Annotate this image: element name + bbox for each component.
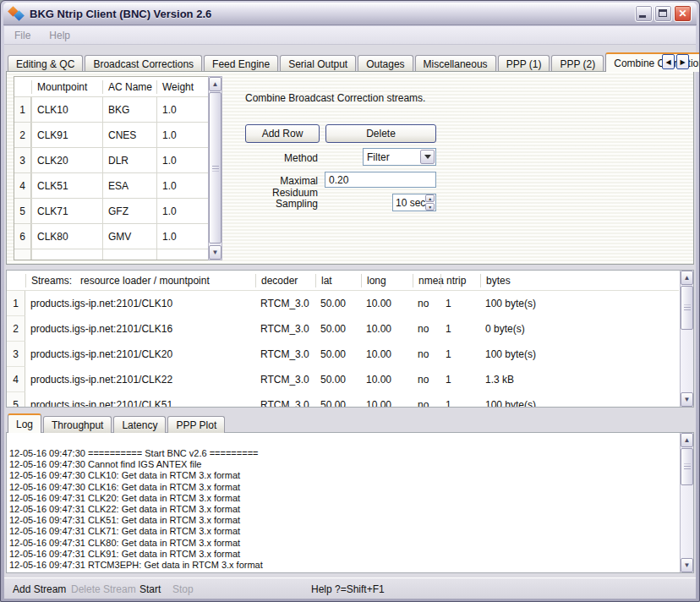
column-header-ac-name[interactable]: AC Name: [102, 80, 156, 94]
weight-cell[interactable]: 1.0: [156, 224, 208, 249]
ntrip-cell[interactable]: 1: [440, 291, 480, 316]
bytes-cell[interactable]: 0 byte(s): [480, 316, 679, 342]
log-text[interactable]: 12-05-16 09:47:30 ========== Start BNC v…: [9, 448, 676, 571]
tab-ppp-1[interactable]: PPP (1): [498, 55, 550, 72]
bytes-cell[interactable]: 100 byte(s): [480, 392, 679, 407]
table-row[interactable]: 2CLK91CNES1.0: [14, 123, 208, 148]
stream-cell[interactable]: products.igs-ip.net:2101/CLK20: [25, 342, 255, 367]
column-header-mountpoint[interactable]: Mountpoint: [31, 80, 102, 94]
tab-ppp-plot[interactable]: PPP Plot: [167, 416, 225, 433]
ntrip-cell[interactable]: 1: [440, 316, 480, 342]
weight-cell[interactable]: 1.0: [156, 199, 208, 223]
long-cell[interactable]: 10.00: [361, 367, 413, 392]
column-header-streams[interactable]: Streams: resource loader / mountpoint: [25, 274, 255, 287]
decoder-cell[interactable]: RTCM_3.0: [255, 342, 315, 367]
sampling-spinner[interactable]: 10 sec ▲ ▼: [392, 194, 436, 211]
add-row-button[interactable]: Add Row: [245, 124, 320, 143]
tab-log[interactable]: Log: [8, 413, 41, 433]
decoder-cell[interactable]: RTCM_3.0: [255, 316, 315, 342]
nmea-cell[interactable]: no: [413, 392, 440, 407]
maximal-residuum-input[interactable]: 0.20: [325, 172, 436, 188]
delete-button[interactable]: Delete: [325, 124, 436, 143]
column-header-weight[interactable]: Weight: [156, 80, 208, 94]
stream-cell[interactable]: products.igs-ip.net:2101/CLK10: [25, 291, 255, 316]
ac-name-cell[interactable]: BKG: [102, 97, 156, 122]
decoder-cell[interactable]: RTCM_3.0: [255, 367, 315, 392]
ac-name-cell[interactable]: GFZ: [102, 199, 156, 223]
lat-cell[interactable]: 50.00: [315, 392, 361, 407]
menu-file[interactable]: File: [14, 30, 30, 41]
ac-name-cell[interactable]: GMV: [102, 224, 156, 249]
ac-name-cell[interactable]: DLR: [102, 148, 156, 172]
close-button[interactable]: ✕: [674, 5, 692, 22]
nmea-cell[interactable]: no: [413, 291, 440, 316]
mountpoint-cell[interactable]: CLK71: [31, 199, 102, 223]
tab-serial-output[interactable]: Serial Output: [280, 55, 356, 72]
weight-cell[interactable]: 1.0: [156, 123, 208, 147]
decoder-cell[interactable]: RTCM_3.0: [255, 291, 315, 316]
stream-row[interactable]: 2products.igs-ip.net:2101/CLK16RTCM_3.05…: [7, 316, 679, 342]
status-action-add-stream[interactable]: Add Stream: [13, 583, 66, 595]
column-header-nmea[interactable]: nmea: [413, 274, 440, 287]
tab-throughput[interactable]: Throughput: [43, 416, 112, 433]
nmea-cell[interactable]: no: [413, 342, 440, 367]
scroll-down-icon[interactable]: ▼: [209, 245, 221, 260]
bytes-cell[interactable]: 100 byte(s): [480, 291, 679, 316]
column-header-long[interactable]: long: [361, 274, 413, 287]
stream-cell[interactable]: products.igs-ip.net:2101/CLK51: [25, 392, 255, 407]
tab-scroll-left-button[interactable]: ◀: [662, 54, 675, 69]
ac-name-cell[interactable]: CNES: [102, 123, 156, 147]
ac-name-cell[interactable]: ESA: [102, 173, 156, 198]
stream-cell[interactable]: products.igs-ip.net:2101/CLK22: [25, 367, 255, 392]
column-header-bytes[interactable]: bytes: [480, 274, 679, 287]
scroll-up-icon[interactable]: ▲: [209, 77, 221, 91]
stream-cell[interactable]: products.igs-ip.net:2101/CLK16: [25, 316, 255, 342]
table-row[interactable]: 6CLK80GMV1.0: [14, 224, 208, 249]
ntrip-cell[interactable]: 1: [440, 342, 480, 367]
tab-outages[interactable]: Outages: [358, 55, 413, 72]
table-row[interactable]: 3CLK20DLR1.0: [14, 148, 208, 173]
tab-feed-engine[interactable]: Feed Engine: [204, 55, 278, 72]
long-cell[interactable]: 10.00: [361, 392, 413, 407]
tab-scroll-right-button[interactable]: ▶: [676, 54, 689, 69]
spin-down-icon[interactable]: ▼: [425, 203, 435, 211]
tab-editing-qc[interactable]: Editing & QC: [8, 55, 83, 72]
stream-row[interactable]: 5products.igs-ip.net:2101/CLK51RTCM_3.05…: [7, 392, 679, 407]
tab-broadcast-corrections[interactable]: Broadcast Corrections: [85, 55, 202, 72]
nmea-cell[interactable]: no: [413, 316, 440, 342]
maximize-button[interactable]: [654, 5, 672, 22]
chevron-down-icon[interactable]: [420, 150, 435, 164]
lat-cell[interactable]: 50.00: [315, 291, 361, 316]
mountpoint-cell[interactable]: CLK10: [31, 97, 102, 122]
table-row[interactable]: 5CLK71GFZ1.0: [14, 199, 208, 224]
weight-cell[interactable]: 1.0: [156, 173, 208, 198]
tab-latency[interactable]: Latency: [113, 416, 166, 433]
long-cell[interactable]: 10.00: [361, 342, 413, 367]
long-cell[interactable]: 10.00: [361, 316, 413, 342]
mountpoint-cell[interactable]: CLK20: [31, 148, 102, 172]
mountpoint-cell[interactable]: CLK80: [31, 224, 102, 249]
combination-table-scrollbar[interactable]: ▲ ▼: [208, 76, 222, 260]
stream-row[interactable]: 1products.igs-ip.net:2101/CLK10RTCM_3.05…: [7, 291, 679, 316]
status-action-start[interactable]: Start: [139, 583, 161, 595]
lat-cell[interactable]: 50.00: [315, 316, 361, 342]
table-row[interactable]: 1CLK10BKG1.0: [14, 97, 208, 123]
mountpoint-cell[interactable]: CLK51: [31, 173, 102, 198]
long-cell[interactable]: 10.00: [361, 291, 413, 316]
bytes-cell[interactable]: 1.3 kB: [480, 367, 679, 392]
menu-help[interactable]: Help: [49, 30, 70, 41]
lat-cell[interactable]: 50.00: [315, 342, 361, 367]
scrollbar-thumb[interactable]: [209, 92, 221, 244]
column-header-lat[interactable]: lat: [315, 274, 361, 287]
tab-ppp-2[interactable]: PPP (2): [551, 55, 604, 72]
column-header-decoder[interactable]: decoder: [255, 274, 315, 287]
bytes-cell[interactable]: 100 byte(s): [480, 342, 679, 367]
stream-row[interactable]: 3products.igs-ip.net:2101/CLK20RTCM_3.05…: [7, 342, 679, 367]
weight-cell[interactable]: 1.0: [156, 148, 208, 172]
mountpoint-cell[interactable]: CLK91: [31, 123, 102, 147]
nmea-cell[interactable]: no: [413, 367, 440, 392]
ntrip-cell[interactable]: 1: [440, 392, 480, 407]
minimize-button[interactable]: [635, 5, 653, 22]
ntrip-cell[interactable]: 1: [440, 367, 480, 392]
lat-cell[interactable]: 50.00: [315, 367, 361, 392]
